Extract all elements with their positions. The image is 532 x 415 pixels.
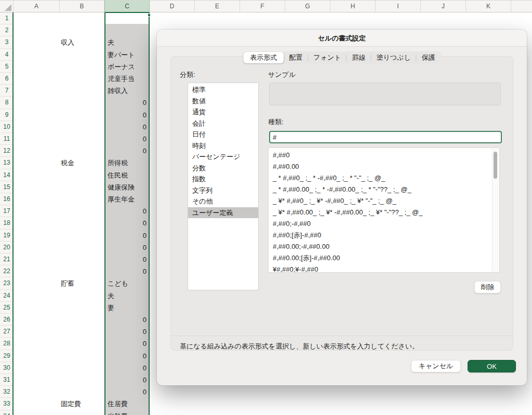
row-header-29[interactable]: 29	[0, 350, 14, 362]
row-header-4[interactable]: 4	[0, 49, 14, 61]
row-header-11[interactable]: 11	[0, 133, 14, 145]
cell-c18[interactable]: 0	[105, 217, 149, 229]
format-item-9[interactable]: #,##0.00;[赤]-#,##0.00	[269, 252, 499, 264]
format-item-7[interactable]: #,##0;[赤]-#,##0	[269, 230, 499, 241]
category-item-指数[interactable]: 指数	[188, 173, 258, 185]
column-header-H[interactable]: H	[330, 1, 376, 12]
column-header-L[interactable]: L	[511, 1, 532, 12]
row-header-18[interactable]: 18	[0, 217, 14, 229]
row-header-30[interactable]: 30	[0, 362, 14, 374]
cell-c12[interactable]: 0	[105, 145, 149, 157]
cell-c15[interactable]: 健康保険	[105, 181, 149, 193]
select-all-corner[interactable]	[0, 1, 14, 12]
format-item-5[interactable]: _ ¥* #,##0.00_ ;_ ¥* -#,##0.00_ ;_ ¥* "-…	[269, 207, 499, 218]
cell-c25[interactable]: 妻	[105, 302, 149, 314]
format-item-8[interactable]: #,##0.00;-#,##0.00	[269, 241, 499, 252]
format-item-2[interactable]: _ * #,##0_ ;_ * -#,##0_ ;_ * "-"_ ;_ @_	[269, 172, 499, 184]
cell-c20[interactable]: 0	[105, 242, 149, 253]
column-header-J[interactable]: J	[421, 1, 466, 12]
row-header-9[interactable]: 9	[0, 109, 14, 121]
row-header-14[interactable]: 14	[0, 169, 14, 181]
row-header-16[interactable]: 16	[0, 193, 14, 205]
column-header-K[interactable]: K	[466, 1, 511, 12]
column-header-D[interactable]: D	[150, 1, 195, 12]
row-header-19[interactable]: 19	[0, 230, 14, 242]
cell-b33[interactable]: 固定費	[61, 398, 104, 410]
scrollbar-thumb[interactable]	[494, 152, 497, 179]
row-header-26[interactable]: 26	[0, 314, 14, 326]
cell-c23[interactable]: こども	[105, 277, 149, 289]
row-header-28[interactable]: 28	[0, 338, 14, 350]
row-header-31[interactable]: 31	[0, 374, 14, 386]
cell-c16[interactable]: 厚生年金	[105, 193, 149, 205]
row-header-10[interactable]: 10	[0, 121, 14, 133]
cell-c26[interactable]: 0	[105, 314, 149, 326]
row-header-3[interactable]: 3	[0, 36, 14, 48]
cell-b23[interactable]: 貯蓄	[61, 277, 104, 289]
format-list-scrollbar[interactable]	[492, 149, 499, 272]
tab-フォント[interactable]: フォント	[308, 52, 346, 63]
cell-c3[interactable]: 夫	[105, 36, 149, 48]
tab-配置[interactable]: 配置	[284, 52, 308, 63]
row-header-21[interactable]: 21	[0, 253, 14, 265]
cell-c27[interactable]: 0	[105, 326, 149, 338]
row-header-25[interactable]: 25	[0, 302, 14, 314]
row-header-34[interactable]: 34	[0, 410, 14, 415]
category-item-文字列[interactable]: 文字列	[188, 185, 258, 196]
category-item-数値[interactable]: 数値	[188, 96, 258, 107]
cell-b3[interactable]: 収入	[61, 36, 104, 48]
format-item-0[interactable]: #,##0	[269, 150, 499, 161]
cell-c8[interactable]: 0	[105, 97, 149, 109]
cell-c14[interactable]: 住民税	[105, 169, 149, 181]
format-item-3[interactable]: _ * #,##0.00_ ;_ * -#,##0.00_ ;_ * "-"??…	[269, 184, 499, 195]
ok-button[interactable]: OK	[468, 360, 516, 372]
column-header-F[interactable]: F	[240, 1, 285, 12]
delete-button[interactable]: 削除	[474, 281, 501, 293]
row-header-22[interactable]: 22	[0, 265, 14, 277]
cell-c7[interactable]: 雑収入	[105, 85, 149, 97]
row-header-8[interactable]: 8	[0, 97, 14, 109]
row-header-6[interactable]: 6	[0, 73, 14, 85]
cell-c30[interactable]: 0	[105, 362, 149, 374]
cell-b13[interactable]: 税金	[61, 157, 104, 169]
tab-保護[interactable]: 保護	[417, 52, 441, 63]
category-item-標準[interactable]: 標準	[188, 84, 258, 96]
selected-column-c[interactable]: 夫妻パートボーナス児童手当雑収入00000所得税住民税健康保険厚生年金00000…	[104, 12, 150, 415]
row-header-13[interactable]: 13	[0, 157, 14, 169]
cell-c9[interactable]: 0	[105, 109, 149, 121]
row-header-33[interactable]: 33	[0, 398, 14, 410]
cell-c29[interactable]: 0	[105, 350, 149, 362]
row-header-32[interactable]: 32	[0, 386, 14, 398]
category-item-パーセンテージ[interactable]: パーセンテージ	[188, 151, 258, 163]
active-cell-c1[interactable]	[105, 12, 149, 24]
format-item-6[interactable]: #,##0;-#,##0	[269, 218, 499, 230]
cell-c6[interactable]: 児童手当	[105, 73, 149, 85]
cell-c13[interactable]: 所得税	[105, 157, 149, 169]
cell-c10[interactable]: 0	[105, 121, 149, 133]
tab-罫線[interactable]: 罫線	[347, 52, 371, 63]
column-header-G[interactable]: G	[285, 1, 330, 12]
cell-c4[interactable]: 妻パート	[105, 49, 149, 61]
row-header-15[interactable]: 15	[0, 181, 14, 193]
row-header-20[interactable]: 20	[0, 242, 14, 253]
row-header-12[interactable]: 12	[0, 145, 14, 157]
cell-c11[interactable]: 0	[105, 133, 149, 145]
category-item-通貨[interactable]: 通貨	[188, 106, 258, 118]
tab-表示形式[interactable]: 表示形式	[243, 52, 284, 63]
cancel-button[interactable]: キャンセル	[411, 360, 461, 372]
row-header-24[interactable]: 24	[0, 290, 14, 302]
category-item-その他[interactable]: その他	[188, 196, 258, 207]
column-header-B[interactable]: B	[60, 1, 104, 12]
category-item-分数[interactable]: 分数	[188, 163, 258, 174]
cell-c19[interactable]: 0	[105, 230, 149, 242]
column-header-I[interactable]: I	[376, 1, 421, 12]
category-item-会計[interactable]: 会計	[188, 118, 258, 129]
row-header-7[interactable]: 7	[0, 85, 14, 97]
category-item-ユーザー定義[interactable]: ユーザー定義	[188, 207, 258, 219]
category-item-日付[interactable]: 日付	[188, 129, 258, 140]
format-item-4[interactable]: _ ¥* #,##0_ ;_ ¥* -#,##0_ ;_ ¥* "-"_ ;_ …	[269, 195, 499, 207]
row-header-1[interactable]: 1	[0, 12, 14, 24]
cell-c28[interactable]: 0	[105, 338, 149, 350]
format-item-1[interactable]: #,##0.00	[269, 161, 499, 172]
tab-塗りつぶし[interactable]: 塗りつぶし	[371, 52, 416, 63]
